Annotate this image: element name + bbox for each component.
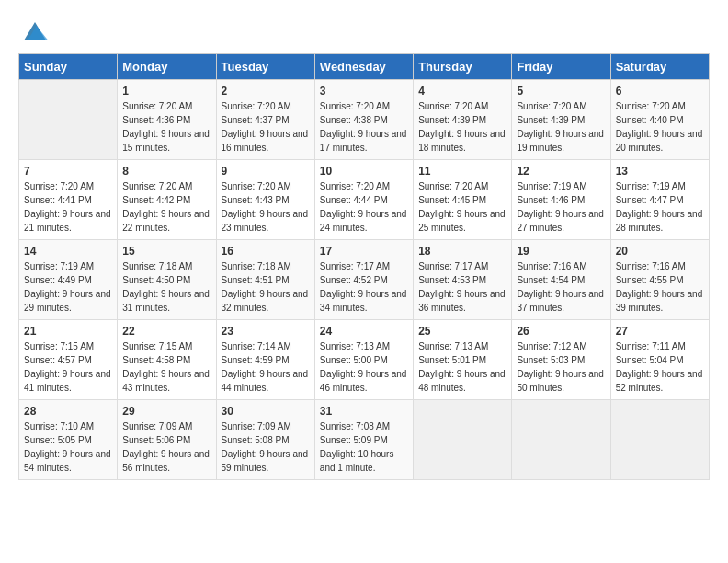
sunrise-text: Sunrise: 7:20 AM [24,181,94,191]
sunset-text: Sunset: 4:44 PM [320,195,388,205]
weekday-header-tuesday: Tuesday [216,54,314,80]
calendar-cell: 30 Sunrise: 7:09 AM Sunset: 5:08 PM Dayl… [216,400,314,480]
week-row-5: 28 Sunrise: 7:10 AM Sunset: 5:05 PM Dayl… [19,400,710,480]
day-number: 28 [24,405,112,418]
day-number: 30 [222,405,310,418]
calendar-cell: 24 Sunrise: 7:13 AM Sunset: 5:00 PM Dayl… [314,320,413,400]
sunset-text: Sunset: 4:41 PM [24,195,92,205]
day-info: Sunrise: 7:14 AM Sunset: 4:59 PM Dayligh… [222,339,310,395]
daylight-text: Daylight: 9 hours and 23 minutes. [222,209,309,233]
day-number: 13 [616,165,704,178]
sunrise-text: Sunrise: 7:18 AM [122,261,192,271]
week-row-1: 1 Sunrise: 7:20 AM Sunset: 4:36 PM Dayli… [19,80,710,160]
daylight-text: Daylight: 9 hours and 21 minutes. [24,209,111,233]
calendar-cell: 12 Sunrise: 7:19 AM Sunset: 4:46 PM Dayl… [512,160,610,240]
sunset-text: Sunset: 4:53 PM [418,275,486,285]
sunset-text: Sunset: 5:01 PM [418,355,486,365]
calendar-cell: 11 Sunrise: 7:20 AM Sunset: 4:45 PM Dayl… [414,160,512,240]
calendar-cell: 3 Sunrise: 7:20 AM Sunset: 4:38 PM Dayli… [314,80,413,160]
day-number: 26 [517,325,605,338]
daylight-text: Daylight: 10 hours and 1 minute. [320,449,394,473]
sunset-text: Sunset: 4:39 PM [418,115,486,125]
sunrise-text: Sunrise: 7:20 AM [320,181,390,191]
daylight-text: Daylight: 9 hours and 44 minutes. [222,369,309,393]
calendar-cell: 28 Sunrise: 7:10 AM Sunset: 5:05 PM Dayl… [19,400,118,480]
daylight-text: Daylight: 9 hours and 43 minutes. [122,369,210,393]
day-number: 1 [122,85,210,98]
day-number: 7 [24,165,112,178]
day-number: 18 [418,245,506,258]
day-info: Sunrise: 7:16 AM Sunset: 4:54 PM Dayligh… [517,259,605,315]
sunrise-text: Sunrise: 7:17 AM [418,261,488,271]
calendar-cell: 16 Sunrise: 7:18 AM Sunset: 4:51 PM Dayl… [216,240,314,320]
day-info: Sunrise: 7:20 AM Sunset: 4:42 PM Dayligh… [122,179,210,235]
day-info: Sunrise: 7:19 AM Sunset: 4:46 PM Dayligh… [517,179,605,235]
sunset-text: Sunset: 4:40 PM [616,115,684,125]
sunrise-text: Sunrise: 7:15 AM [24,341,94,351]
daylight-text: Daylight: 9 hours and 56 minutes. [122,449,210,473]
day-info: Sunrise: 7:09 AM Sunset: 5:08 PM Dayligh… [222,419,310,475]
sunset-text: Sunset: 4:49 PM [24,275,92,285]
weekday-header-sunday: Sunday [19,54,118,80]
weekday-header-saturday: Saturday [610,54,709,80]
day-info: Sunrise: 7:20 AM Sunset: 4:36 PM Dayligh… [122,99,210,155]
calendar-cell [610,400,709,480]
calendar-cell: 21 Sunrise: 7:15 AM Sunset: 4:57 PM Dayl… [19,320,118,400]
sunrise-text: Sunrise: 7:20 AM [222,181,291,191]
day-info: Sunrise: 7:20 AM Sunset: 4:41 PM Dayligh… [24,179,112,235]
day-number: 19 [517,245,605,258]
sunset-text: Sunset: 4:38 PM [320,115,388,125]
day-info: Sunrise: 7:17 AM Sunset: 4:53 PM Dayligh… [418,259,506,315]
day-info: Sunrise: 7:19 AM Sunset: 4:49 PM Dayligh… [24,259,112,315]
sunrise-text: Sunrise: 7:20 AM [418,101,488,111]
calendar-cell: 20 Sunrise: 7:16 AM Sunset: 4:55 PM Dayl… [610,240,709,320]
daylight-text: Daylight: 9 hours and 37 minutes. [517,289,604,313]
day-number: 20 [616,245,704,258]
sunset-text: Sunset: 4:50 PM [122,275,190,285]
daylight-text: Daylight: 9 hours and 19 minutes. [517,129,604,153]
daylight-text: Daylight: 9 hours and 46 minutes. [320,369,407,393]
day-number: 10 [320,165,408,178]
calendar-cell: 17 Sunrise: 7:17 AM Sunset: 4:52 PM Dayl… [314,240,413,320]
day-info: Sunrise: 7:12 AM Sunset: 5:03 PM Dayligh… [517,339,605,395]
daylight-text: Daylight: 9 hours and 39 minutes. [616,289,703,313]
daylight-text: Daylight: 9 hours and 54 minutes. [24,449,111,473]
calendar-cell: 25 Sunrise: 7:13 AM Sunset: 5:01 PM Dayl… [414,320,512,400]
calendar-cell: 6 Sunrise: 7:20 AM Sunset: 4:40 PM Dayli… [610,80,709,160]
day-number: 3 [320,85,408,98]
day-info: Sunrise: 7:18 AM Sunset: 4:51 PM Dayligh… [222,259,310,315]
day-info: Sunrise: 7:15 AM Sunset: 4:58 PM Dayligh… [122,339,210,395]
daylight-text: Daylight: 9 hours and 25 minutes. [418,209,506,233]
sunrise-text: Sunrise: 7:19 AM [24,261,94,271]
sunrise-text: Sunrise: 7:08 AM [320,421,390,431]
day-number: 4 [418,85,506,98]
calendar-cell [512,400,610,480]
sunset-text: Sunset: 4:54 PM [517,275,585,285]
calendar-cell: 4 Sunrise: 7:20 AM Sunset: 4:39 PM Dayli… [414,80,512,160]
weekday-header-friday: Friday [512,54,610,80]
day-number: 6 [616,85,704,98]
sunset-text: Sunset: 4:51 PM [222,275,290,285]
day-number: 2 [222,85,310,98]
sunset-text: Sunset: 4:43 PM [222,195,290,205]
day-number: 21 [24,325,112,338]
sunset-text: Sunset: 4:55 PM [616,275,684,285]
week-row-4: 21 Sunrise: 7:15 AM Sunset: 4:57 PM Dayl… [19,320,710,400]
daylight-text: Daylight: 9 hours and 20 minutes. [616,129,703,153]
day-info: Sunrise: 7:20 AM Sunset: 4:43 PM Dayligh… [222,179,310,235]
calendar-cell: 26 Sunrise: 7:12 AM Sunset: 5:03 PM Dayl… [512,320,610,400]
day-info: Sunrise: 7:13 AM Sunset: 5:00 PM Dayligh… [320,339,408,395]
sunrise-text: Sunrise: 7:20 AM [418,181,488,191]
sunset-text: Sunset: 4:36 PM [122,115,190,125]
day-info: Sunrise: 7:10 AM Sunset: 5:05 PM Dayligh… [24,419,112,475]
day-number: 9 [222,165,310,178]
sunrise-text: Sunrise: 7:15 AM [122,341,192,351]
calendar-table: SundayMondayTuesdayWednesdayThursdayFrid… [18,53,710,480]
daylight-text: Daylight: 9 hours and 31 minutes. [122,289,210,313]
sunrise-text: Sunrise: 7:20 AM [222,101,291,111]
sunset-text: Sunset: 4:52 PM [320,275,388,285]
day-info: Sunrise: 7:20 AM Sunset: 4:38 PM Dayligh… [320,99,408,155]
day-info: Sunrise: 7:20 AM Sunset: 4:37 PM Dayligh… [222,99,310,155]
day-info: Sunrise: 7:17 AM Sunset: 4:52 PM Dayligh… [320,259,408,315]
sunrise-text: Sunrise: 7:16 AM [517,261,586,271]
